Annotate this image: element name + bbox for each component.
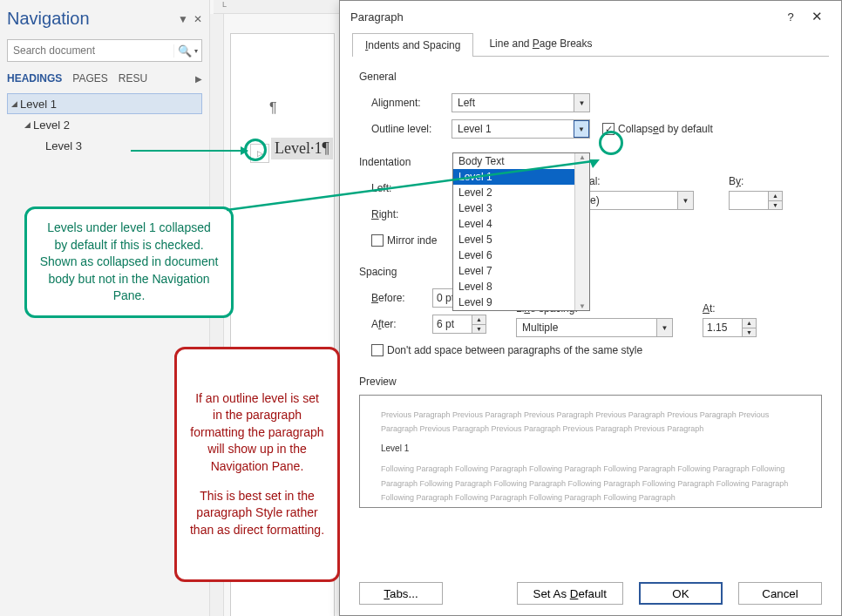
outline-label: Outline level: [371, 123, 452, 135]
close-icon[interactable]: ✕ [194, 13, 202, 25]
preview-prev-text: Previous Paragraph Previous Paragraph Pr… [381, 408, 800, 436]
tab-line-breaks[interactable]: Line and Page Breaks [477, 32, 604, 56]
dialog-title: Paragraph [350, 10, 778, 24]
nav-item-level1[interactable]: ◢ Level 1 [7, 93, 202, 114]
after-spacing-input[interactable]: 6 pt▲▼ [432, 315, 486, 334]
no-space-checkbox[interactable] [371, 344, 384, 356]
chevron-down-icon[interactable]: ▼ [677, 192, 693, 209]
dropdown-option[interactable]: Level 4 [453, 216, 589, 232]
nav-item-level3[interactable]: Level 3 [7, 135, 202, 156]
dropdown-caret-icon[interactable]: ▼ [178, 13, 188, 25]
spin-down-icon[interactable]: ▼ [743, 328, 756, 337]
dialog-titlebar[interactable]: Paragraph ? ✕ [340, 1, 841, 32]
navigation-tabs: HEADINGS PAGES RESU ▶ [7, 72, 202, 85]
tab-indents-spacing[interactable]: Indents and Spacing [352, 33, 473, 57]
mirror-label: Mirror inde [387, 234, 437, 247]
nav-item-level2[interactable]: ◢ Level 2 [7, 114, 202, 135]
spin-down-icon[interactable]: ▼ [769, 201, 782, 210]
collapse-caret-icon[interactable]: ◢ [8, 99, 20, 108]
scroll-down-icon[interactable]: ▼ [579, 302, 586, 310]
preview-sample-text: Level 1 [381, 441, 800, 457]
search-dropdown-icon[interactable]: ▾ [194, 47, 201, 55]
dropdown-option[interactable]: Level 5 [453, 232, 589, 247]
at-label: At: [703, 302, 757, 315]
before-label: Before: [371, 292, 432, 304]
close-icon[interactable]: ✕ [803, 9, 831, 24]
paragraph-dialog: Paragraph ? ✕ Indents and Spacing Line a… [339, 0, 842, 616]
section-spacing: Spacing [359, 266, 822, 278]
document-heading-text[interactable]: Level·1¶ [271, 138, 333, 159]
annotation-arrow [131, 150, 248, 152]
svg-marker-1 [589, 159, 600, 168]
svg-line-0 [227, 161, 593, 210]
cancel-button[interactable]: Cancel [738, 582, 822, 605]
mirror-checkbox[interactable] [371, 234, 384, 247]
after-label: After: [371, 318, 432, 330]
spin-down-icon[interactable]: ▼ [472, 325, 486, 334]
search-input[interactable] [8, 44, 173, 57]
annotation-callout-green: Levels under level 1 collapsed by defaul… [24, 206, 234, 318]
by-indent-input[interactable]: ▲▼ [729, 191, 783, 210]
line-spacing-select[interactable]: Multiple ▼ [516, 318, 673, 337]
no-space-label: Don't add space between paragraphs of th… [387, 344, 642, 356]
dropdown-option[interactable]: Level 8 [453, 279, 589, 294]
dropdown-option[interactable]: Level 7 [453, 263, 589, 279]
dropdown-option[interactable]: Level 9 [453, 294, 589, 310]
horizontal-ruler[interactable]: L [214, 0, 353, 14]
by-label: By: [729, 175, 783, 187]
annotation-ring [599, 131, 623, 155]
alignment-label: Alignment: [371, 97, 452, 109]
dialog-body: General Alignment: Left ▼ Outline level:… [340, 57, 841, 517]
section-general: General [359, 71, 822, 83]
annotation-text: This is best set in the paragraph Style … [189, 488, 325, 539]
spin-up-icon[interactable]: ▲ [743, 319, 756, 328]
tab-overflow-icon[interactable]: ▶ [195, 74, 202, 84]
dialog-tabs: Indents and Spacing Line and Page Breaks [352, 32, 829, 57]
annotation-ring [244, 139, 267, 161]
collapse-caret-icon[interactable]: ◢ [21, 120, 33, 129]
nav-item-label: Level 1 [20, 98, 57, 111]
section-preview: Preview [359, 376, 822, 388]
tab-pages[interactable]: PAGES [72, 72, 107, 85]
navigation-title: Navigation [7, 9, 90, 29]
dialog-buttons: Tabs... Set As Default OK Cancel [340, 582, 841, 605]
search-icon[interactable]: 🔍 [173, 44, 194, 58]
preview-box: Previous Paragraph Previous Paragraph Pr… [359, 395, 822, 508]
search-box[interactable]: 🔍 ▾ [7, 39, 202, 62]
annotation-arrow [227, 159, 600, 212]
headings-list: ◢ Level 1 ◢ Level 2 Level 3 [7, 93, 202, 156]
ok-button[interactable]: OK [639, 582, 723, 605]
collapsed-label: Collapsed by default [618, 123, 713, 135]
annotation-callout-red: If an outline level is set in the paragr… [174, 347, 340, 582]
spin-up-icon[interactable]: ▲ [769, 192, 782, 201]
nav-item-label: Level 3 [45, 139, 82, 152]
tab-headings[interactable]: HEADINGS [7, 72, 62, 85]
tab-results[interactable]: RESU [119, 72, 147, 85]
dropdown-option[interactable]: Level 6 [453, 247, 589, 263]
help-icon[interactable]: ? [778, 10, 803, 24]
pilcrow-mark: ¶ [269, 100, 277, 116]
annotation-text: If an outline level is set in the paragr… [189, 390, 325, 476]
alignment-select[interactable]: Left ▼ [452, 93, 590, 112]
chevron-down-icon[interactable]: ▼ [656, 319, 672, 336]
at-spacing-input[interactable]: 1.15▲▼ [703, 318, 757, 337]
navigation-title-bar: Navigation ▼ ✕ [7, 9, 202, 29]
set-default-button[interactable]: Set As Default [517, 582, 623, 605]
preview-next-text: Following Paragraph Following Paragraph … [381, 462, 800, 504]
chevron-down-icon[interactable]: ▼ [574, 120, 589, 138]
nav-item-label: Level 2 [33, 118, 70, 132]
chevron-down-icon[interactable]: ▼ [574, 94, 589, 112]
tabs-button[interactable]: Tabs... [359, 582, 443, 605]
spin-up-icon[interactable]: ▲ [472, 315, 486, 325]
outline-level-select[interactable]: Level 1 ▼ [452, 119, 590, 139]
